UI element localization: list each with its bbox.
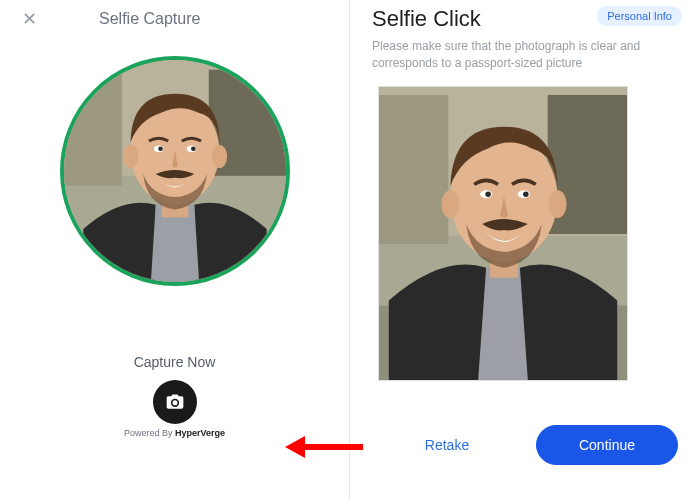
selfie-photo [64,60,286,282]
camera-icon [165,392,185,412]
svg-point-8 [211,145,226,168]
powered-by-label: Powered By HyperVerge [124,428,225,438]
capture-title: Selfie Capture [99,10,200,28]
selfie-preview [378,86,628,381]
selfie-capture-ring [60,56,290,286]
capture-panel: ✕ Selfie Capture [0,0,350,500]
shutter-button[interactable] [153,380,197,424]
retake-button[interactable]: Retake [376,425,518,465]
review-header: Selfie Click Personal Info [372,6,682,32]
svg-point-10 [158,146,163,151]
capture-header: ✕ Selfie Capture [18,10,331,28]
review-instructions: Please make sure that the photograph is … [372,38,652,72]
svg-point-12 [191,146,196,151]
svg-point-21 [549,190,567,218]
svg-point-23 [485,191,491,197]
continue-button[interactable]: Continue [536,425,678,465]
close-icon[interactable]: ✕ [22,10,37,28]
svg-point-20 [441,190,459,218]
review-title: Selfie Click [372,6,481,32]
selfie-preview-photo [379,87,627,380]
svg-point-25 [523,191,529,197]
svg-point-7 [122,145,137,168]
shutter-area: Powered By HyperVerge [18,380,331,438]
review-panel: Selfie Click Personal Info Please make s… [350,0,700,500]
capture-now-label: Capture Now [18,354,331,370]
personal-info-badge[interactable]: Personal Info [597,6,682,26]
review-actions: Retake Continue [372,425,682,465]
svg-rect-17 [379,95,448,244]
svg-rect-4 [64,70,122,186]
